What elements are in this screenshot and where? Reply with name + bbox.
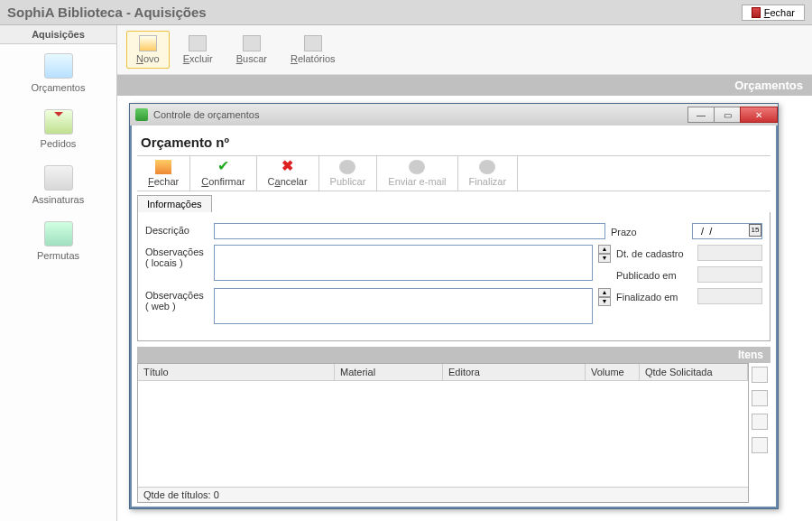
publicar-button[interactable]: Publicar <box>319 156 378 191</box>
orcamentos-icon <box>44 53 73 79</box>
modal-heading: Orçamento nº <box>137 129 770 155</box>
section-band: Orçamentos <box>117 75 812 96</box>
excluir-button[interactable]: Excluir <box>173 31 223 69</box>
fechar-label: Fechar <box>148 176 179 187</box>
window-close-button[interactable]: ✕ <box>740 107 778 123</box>
grid-side-actions <box>749 363 770 503</box>
finalizado-em-value <box>697 288 762 304</box>
prazo-label: Prazo <box>611 225 688 237</box>
sidebar-item-label: Pedidos <box>0 138 116 149</box>
descricao-label: Descrição <box>145 223 208 236</box>
finalize-icon <box>479 160 495 174</box>
modal-title: Controle de orçamentos <box>153 109 683 120</box>
publicado-em-label: Publicado em <box>616 268 694 281</box>
finalizado-em-label: Finalizado em <box>616 290 694 302</box>
modal-title-icon <box>135 108 148 121</box>
col-qtde[interactable]: Qtde Solicitada <box>640 364 748 380</box>
obs-local-input[interactable] <box>214 245 593 281</box>
finalizar-button[interactable]: Finalizar <box>458 156 519 191</box>
obs-web-spinner[interactable]: ▲▼ <box>598 288 611 306</box>
new-icon <box>139 35 157 51</box>
item-add-button[interactable] <box>752 367 768 383</box>
publicar-label: Publicar <box>330 176 366 187</box>
app-close-label: Fechar <box>764 7 795 18</box>
cancel-icon: ✖ <box>280 160 296 174</box>
form-area: Descrição Prazo 15 Observações ( locais … <box>137 212 770 341</box>
enviar-email-button[interactable]: Enviar e-mail <box>377 156 457 191</box>
finalizar-label: Finalizar <box>469 176 507 187</box>
window-maximize-button[interactable]: ▭ <box>714 107 741 123</box>
sidebar: Aquisições Orçamentos Pedidos Assinatura… <box>0 25 117 521</box>
dt-cadastro-label: Dt. de cadastro <box>616 247 694 259</box>
grid-body[interactable] <box>138 381 748 487</box>
close-icon <box>752 7 761 18</box>
cancelar-label: Cancelar <box>268 176 308 187</box>
obs-local-spinner[interactable]: ▲▼ <box>598 245 611 263</box>
check-icon: ✔ <box>215 160 231 174</box>
sidebar-item-label: Assinaturas <box>0 194 116 205</box>
modal-titlebar[interactable]: Controle de orçamentos — ▭ ✕ <box>130 104 778 126</box>
tab-informacoes[interactable]: Informações <box>137 195 212 212</box>
item-edit-button[interactable] <box>752 390 768 406</box>
modal-toolbar: Fechar ✔ Confirmar ✖ Cancelar Publicar E… <box>137 155 770 191</box>
item-detail-button[interactable] <box>752 437 768 453</box>
items-band: Itens <box>137 347 770 363</box>
buscar-button[interactable]: Buscar <box>226 31 277 69</box>
item-remove-button[interactable] <box>752 414 768 430</box>
sidebar-item-pedidos[interactable]: Pedidos <box>0 100 116 156</box>
confirmar-button[interactable]: ✔ Confirmar <box>190 156 256 191</box>
novo-label: Novo <box>136 53 160 64</box>
cancelar-button[interactable]: ✖ Cancelar <box>257 156 319 191</box>
report-icon <box>304 35 322 51</box>
obs-local-label: Observações ( locais ) <box>145 245 208 268</box>
sidebar-item-label: Permutas <box>0 250 116 261</box>
buscar-label: Buscar <box>236 53 267 64</box>
sidebar-item-assinaturas[interactable]: Assinaturas <box>0 156 116 212</box>
sidebar-title: Aquisições <box>0 25 116 44</box>
publicado-em-value <box>697 266 762 283</box>
col-titulo[interactable]: Título <box>138 364 335 380</box>
calendar-icon[interactable]: 15 <box>749 224 761 237</box>
window-minimize-button[interactable]: — <box>687 107 715 123</box>
enviar-email-label: Enviar e-mail <box>388 176 446 187</box>
pedidos-icon <box>44 109 73 135</box>
email-icon <box>409 160 425 174</box>
dt-cadastro-value <box>697 245 762 261</box>
exit-icon <box>155 160 171 174</box>
obs-web-label: Observações ( web ) <box>145 288 208 312</box>
delete-icon <box>189 35 207 51</box>
main-toolbar: Novo Excluir Buscar Relatórios <box>117 25 812 75</box>
confirmar-label: Confirmar <box>201 176 245 187</box>
relatorios-button[interactable]: Relatórios <box>281 31 346 69</box>
publish-icon <box>339 160 355 174</box>
tab-strip: Informações <box>137 195 770 212</box>
items-grid: Título Material Editora Volume Qtde Soli… <box>137 363 749 503</box>
fechar-button[interactable]: Fechar <box>137 156 190 191</box>
grid-footer: Qtde de títulos: 0 <box>138 487 748 502</box>
search-icon <box>243 35 261 51</box>
sidebar-item-permutas[interactable]: Permutas <box>0 212 116 268</box>
grid-header: Título Material Editora Volume Qtde Soli… <box>138 364 748 381</box>
sidebar-item-label: Orçamentos <box>0 82 116 93</box>
sidebar-item-orcamentos[interactable]: Orçamentos <box>0 44 116 100</box>
col-volume[interactable]: Volume <box>586 364 640 380</box>
excluir-label: Excluir <box>183 53 213 64</box>
obs-web-input[interactable] <box>214 288 593 324</box>
modal-orcamento: Controle de orçamentos — ▭ ✕ Orçamento n… <box>129 103 779 509</box>
app-close-button[interactable]: Fechar <box>742 5 805 21</box>
assinaturas-icon <box>44 165 73 191</box>
relatorios-label: Relatórios <box>291 53 336 64</box>
app-title: SophiA Biblioteca - Aquisições <box>7 5 207 20</box>
col-material[interactable]: Material <box>335 364 443 380</box>
novo-button[interactable]: Novo <box>126 31 170 69</box>
descricao-input[interactable] <box>214 223 605 239</box>
permutas-icon <box>44 221 73 247</box>
col-editora[interactable]: Editora <box>443 364 586 380</box>
